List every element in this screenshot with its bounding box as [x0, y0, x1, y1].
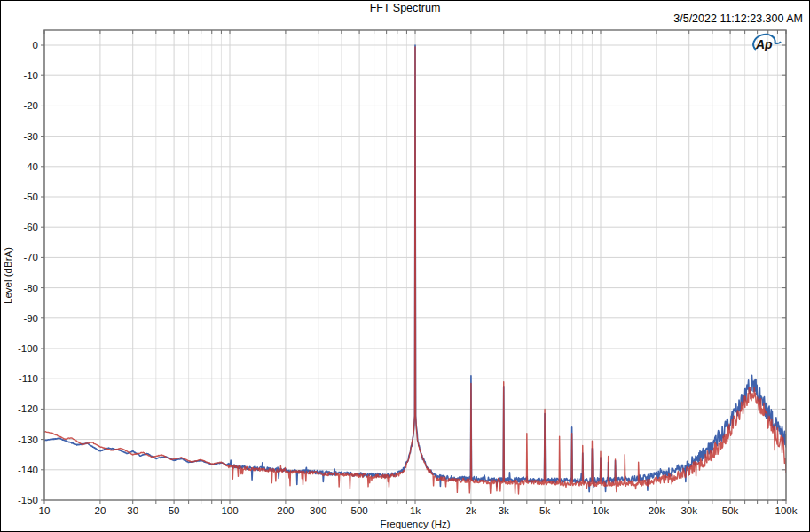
x-tick-label: 500	[350, 505, 367, 516]
x-tick-label: 100k	[775, 505, 798, 516]
y-tick-label: -110	[19, 373, 38, 384]
x-tick-label: 10	[39, 505, 51, 516]
y-tick-label: -50	[23, 192, 38, 202]
y-tick-label: -140	[18, 465, 38, 475]
x-tick-label: 30	[127, 505, 138, 516]
x-tick-label: 100	[221, 505, 238, 516]
x-tick-label: 1k	[410, 505, 421, 516]
x-tick-label: 10k	[593, 505, 609, 516]
x-tick-label: 2k	[466, 505, 476, 516]
y-tick-label: -30	[23, 131, 38, 142]
y-tick-label: -130	[18, 434, 38, 445]
y-tick-label: -100	[18, 343, 38, 354]
x-tick-label: 300	[310, 505, 326, 516]
x-tick-label: 30k	[680, 505, 697, 516]
y-tick-label: -80	[23, 283, 38, 293]
x-tick-label: 3k	[499, 505, 509, 516]
y-axis-title: Level (dBrA)	[3, 247, 13, 304]
plot-area[interactable]	[44, 30, 786, 500]
x-tick-label: 50	[169, 505, 180, 516]
x-tick-label: 20k	[649, 505, 665, 516]
x-axis-title: Frequency (Hz)	[380, 519, 450, 529]
fft-spectrum-window: FFT Spectrum 3/5/2022 11:12:23.300 AM 0-…	[0, 0, 810, 532]
y-tick-label: -120	[18, 403, 38, 414]
x-tick-label: 50k	[722, 505, 739, 516]
y-tick-label: -40	[23, 161, 38, 172]
y-tick-label: -90	[23, 313, 38, 324]
x-tick-label: 5k	[539, 505, 550, 516]
y-tick-label: -70	[23, 252, 38, 262]
y-tick-label: -20	[23, 100, 38, 111]
x-tick-label: 20	[95, 505, 106, 516]
timestamp: 3/5/2022 11:12:23.300 AM	[673, 12, 803, 25]
x-tick-label: 200	[277, 505, 294, 516]
y-tick-label: -60	[23, 222, 38, 232]
y-tick-label: -150	[18, 495, 38, 505]
y-tick-label: 0	[33, 40, 38, 51]
fft-spectrum-chart: 0-10-20-30-40-50-60-70-80-90-100-110-120…	[1, 1, 810, 532]
y-tick-label: -10	[23, 70, 38, 81]
